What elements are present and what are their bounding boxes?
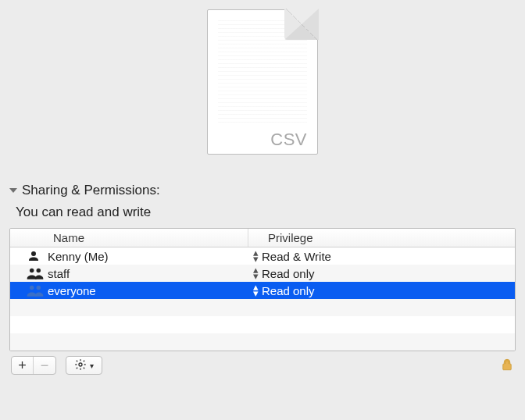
svg-point-3 [37,286,41,290]
lock-icon[interactable] [500,357,514,375]
section-header[interactable]: Sharing & Permissions: [9,183,516,198]
column-header-name[interactable]: Name [10,229,248,247]
svg-point-0 [30,269,34,272]
up-down-icon: ▴▾ [253,250,259,262]
privilege-value: Read only [262,267,315,280]
privilege-value: Read only [262,284,315,297]
group-icon [26,266,41,280]
cell-name: staff [10,265,248,282]
section-title: Sharing & Permissions: [22,183,160,198]
group-icon [26,283,41,297]
cell-name: Kenny (Me) [10,247,248,265]
table-header: Name Privilege [10,229,515,247]
table-row[interactable]: everyone▴▾Read only [10,282,515,299]
table-row[interactable]: Kenny (Me)▴▾Read & Write [10,247,515,265]
chevron-down-icon: ▾ [90,361,94,370]
table-row-empty [10,299,515,316]
user-name: Kenny (Me) [48,250,109,263]
privilege-value: Read & Write [262,250,331,263]
user-name: staff [48,267,70,280]
file-icon-csv: CSV [207,9,318,156]
table-body: Kenny (Me)▴▾Read & Writestaff▴▾Read only… [10,247,515,351]
table-row-empty [10,316,515,333]
add-button[interactable]: + [12,357,34,374]
svg-point-4 [79,363,82,366]
cell-privilege[interactable]: ▴▾Read only [248,282,515,299]
svg-point-2 [30,286,34,290]
sharing-permissions-section: Sharing & Permissions: You can read and … [0,156,525,220]
up-down-icon: ▴▾ [253,284,259,297]
user-name: everyone [48,284,96,297]
file-type-label: CSV [270,130,307,150]
table-row-empty [10,333,515,351]
cell-privilege[interactable]: ▴▾Read & Write [248,247,515,265]
permissions-table: Name Privilege Kenny (Me)▴▾Read & Writes… [9,228,516,351]
section-subtitle: You can read and write [16,205,516,220]
cell-name: everyone [10,282,248,299]
disclosure-triangle-icon[interactable] [9,188,17,193]
svg-point-1 [37,269,41,272]
preview-area: CSV [0,0,525,156]
gear-icon [74,358,87,373]
person-icon [26,249,41,263]
remove-button[interactable]: − [34,357,55,374]
footer-toolbar: + − ▾ [0,351,525,379]
add-remove-segment: + − [11,356,56,375]
cell-privilege[interactable]: ▴▾Read only [248,265,515,282]
column-header-privilege[interactable]: Privilege [248,231,515,244]
action-menu-button[interactable]: ▾ [66,356,102,375]
up-down-icon: ▴▾ [253,267,259,279]
table-row[interactable]: staff▴▾Read only [10,265,515,282]
